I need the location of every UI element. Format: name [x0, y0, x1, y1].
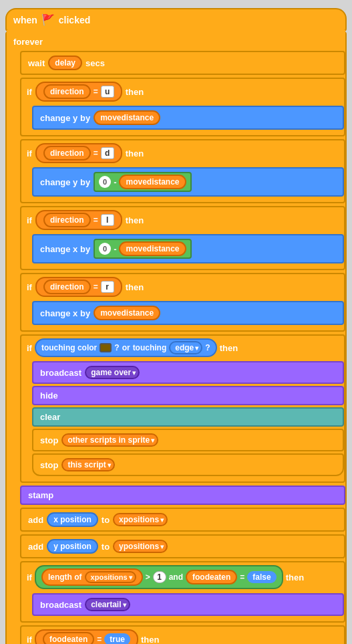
if5-then: then: [220, 343, 238, 353]
if6-val[interactable]: 1: [153, 571, 166, 583]
broadcast-gameover-block[interactable]: broadcast game over: [32, 361, 344, 384]
if7-eq: =: [97, 635, 102, 644]
if3-block: if direction = l then change x by 0 -: [20, 206, 345, 270]
hide-label: hide: [40, 391, 58, 401]
if6-foodeaten: foodeaten: [186, 570, 237, 584]
if6-xpositions-drop[interactable]: xpositions: [85, 571, 136, 583]
if4-body[interactable]: change x by movedistance: [32, 301, 344, 325]
if1-body[interactable]: change y by movedistance: [32, 106, 344, 130]
if2-if-label: if: [27, 148, 32, 158]
if3-bottom: [21, 265, 344, 269]
if1-val[interactable]: u: [101, 86, 114, 98]
if2-val[interactable]: d: [101, 147, 114, 159]
if3-movedist: movedistance: [119, 241, 186, 256]
if4-condition[interactable]: direction = r: [35, 277, 122, 297]
if1-inner: change y by movedistance: [32, 104, 344, 131]
stamp-label: stamp: [28, 490, 53, 500]
if3-eq: =: [94, 215, 98, 225]
stop-this-dropdown[interactable]: this script: [61, 458, 114, 471]
stop-other-block[interactable]: stop other scripts in sprite: [32, 429, 344, 451]
wait-block[interactable]: wait delay secs: [20, 51, 345, 75]
if1-if-label: if: [27, 87, 32, 97]
stop-this-block[interactable]: stop this script: [32, 453, 344, 476]
if1-bottom: [21, 131, 344, 135]
if7-if-label: if: [27, 635, 32, 645]
if7-foodeaten: foodeaten: [43, 632, 94, 644]
hat-block[interactable]: when 🚩 clicked: [5, 8, 347, 31]
if2-bottom: [21, 198, 344, 202]
add-x-to: to: [102, 515, 110, 525]
add-x-block[interactable]: add x position to xpositions: [20, 508, 345, 532]
if7-header: if foodeaten = true then: [21, 627, 344, 644]
if6-length-of: length of xpositions: [41, 568, 143, 586]
if2-block: if direction = d then change y by 0 -: [20, 139, 345, 203]
if5-bottom: [21, 477, 344, 481]
hide-block[interactable]: hide: [32, 386, 344, 405]
if6-length-label: length of: [48, 572, 82, 582]
stop-this-label: stop: [40, 460, 58, 470]
color-swatch[interactable]: [100, 343, 112, 352]
if6-header: if length of xpositions > 1 and foodeate…: [21, 562, 344, 592]
if4-if-label: if: [27, 282, 32, 292]
add-y-block[interactable]: add y position to ypositions: [20, 534, 345, 558]
broadcast-cleartail-label: broadcast: [40, 600, 81, 610]
gameover-dropdown[interactable]: game over: [85, 366, 140, 379]
if4-header: if direction = r then: [21, 274, 344, 300]
if6-and: and: [169, 572, 183, 582]
xpositions-dropdown[interactable]: xpositions: [113, 513, 168, 526]
if3-val[interactable]: l: [101, 214, 114, 226]
if3-if-label: if: [27, 215, 32, 225]
if5-if-label: if: [27, 343, 32, 353]
wait-label: wait: [28, 58, 45, 68]
if2-minus-sym: -: [114, 177, 116, 187]
if5-block: if touching color ? or touching edge ? t…: [20, 334, 345, 483]
if2-minus-op: 0 - movedistance: [94, 172, 191, 192]
if4-inner: change x by movedistance: [32, 300, 344, 326]
when-label: when: [13, 15, 37, 25]
if3-body[interactable]: change x by 0 - movedistance: [32, 234, 344, 263]
if2-condition[interactable]: direction = d: [35, 143, 122, 163]
clicked-label: clicked: [59, 15, 90, 25]
if6-block: if length of xpositions > 1 and foodeate…: [20, 561, 345, 623]
if2-body[interactable]: change y by 0 - movedistance: [32, 167, 344, 197]
if2-inner: change y by 0 - movedistance: [32, 166, 344, 198]
script-container: when 🚩 clicked forever wait delay secs i…: [5, 5, 347, 644]
if6-condition[interactable]: length of xpositions > 1 and foodeaten =…: [35, 565, 283, 589]
if4-dir-reporter: direction: [43, 280, 91, 294]
broadcast-cleartail[interactable]: broadcast cleartail: [32, 593, 344, 616]
if2-eq: =: [94, 148, 98, 158]
broadcast-label: broadcast: [40, 368, 81, 378]
if5-touching2: touching: [133, 343, 167, 352]
if3-change-label: change x by: [40, 244, 90, 254]
ypositions-dropdown[interactable]: ypositions: [113, 540, 168, 553]
if5-edge-dropdown[interactable]: edge: [169, 341, 202, 354]
if3-condition[interactable]: direction = l: [35, 210, 122, 230]
if4-change-label: change x by: [40, 308, 90, 318]
forever-label: forever: [7, 35, 345, 48]
stop-other-dropdown[interactable]: other scripts in sprite: [61, 433, 158, 447]
if1-block: if direction = u then change y by movedi…: [20, 78, 345, 136]
if5-inner: broadcast game over hide clear stop othe…: [32, 360, 344, 477]
if4-then: then: [126, 282, 144, 292]
cleartail-dropdown[interactable]: cleartail: [85, 598, 130, 611]
if6-bottom: [21, 617, 344, 621]
if5-condition[interactable]: touching color ? or touching edge ?: [35, 338, 217, 357]
if1-condition[interactable]: direction = u: [35, 82, 122, 102]
if3-header: if direction = l then: [21, 207, 344, 233]
if1-eq: =: [94, 87, 98, 96]
if3-zero: 0: [99, 243, 111, 255]
if6-eq: =: [240, 572, 244, 582]
if1-change-label: change y by: [40, 113, 90, 123]
clear-block[interactable]: clear: [32, 407, 344, 427]
if3-minus-op: 0 - movedistance: [94, 239, 191, 259]
if6-false-val[interactable]: false: [247, 571, 276, 583]
if5-q2: ?: [205, 343, 210, 352]
if4-val[interactable]: r: [101, 281, 114, 293]
if4-eq: =: [94, 282, 98, 292]
if7-condition[interactable]: foodeaten = true: [35, 629, 138, 644]
if7-true-val[interactable]: true: [104, 633, 130, 644]
forever-block: forever wait delay secs if direction = u…: [5, 31, 347, 644]
stamp-block[interactable]: stamp: [20, 486, 345, 505]
y-position-reporter: y position: [47, 539, 98, 554]
if2-change-label: change y by: [40, 177, 90, 187]
